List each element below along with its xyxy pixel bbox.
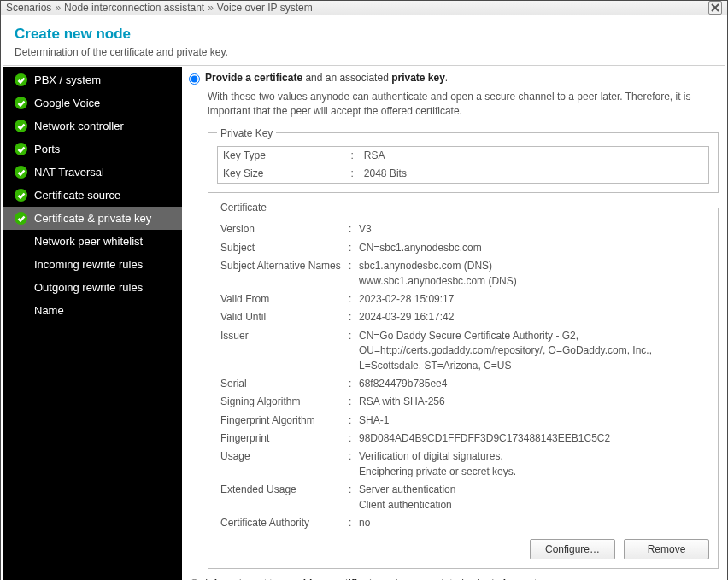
sidebar-item-label: PBX / system [34,73,101,86]
kv-value: sbc1.anynodesbc.com (DNS)www.sbc1.anynod… [355,257,709,290]
configure-button[interactable]: Configure… [530,539,615,559]
kv-key: Fingerprint Algorithm [217,412,345,430]
option-provide-desc: With these two values anynode can authen… [208,90,719,119]
step-icon [15,258,27,271]
remove-button[interactable]: Remove [624,539,709,559]
breadcrumb-1[interactable]: Scenarios [6,2,51,14]
breadcrumb-3[interactable]: Voice over IP system [217,2,313,14]
kv-value: Verification of digital signatures.Encip… [355,448,709,481]
kv-key: Signing Algorithm [217,393,345,411]
kv-key: Key Type [218,146,346,165]
certificate-box: Certificate Version:V3Subject:CN=sbc1.an… [208,202,719,569]
kv-value: 98D084AD4B9CD1FFDFF3D9C173488143EEB1C5C2 [355,430,709,448]
sidebar-item-label: Outgoing rewrite rules [34,281,143,294]
kv-key: Valid From [217,290,345,308]
titlebar: Scenarios » Node interconnection assista… [1,1,727,15]
kv-value: CN=sbc1.anynodesbc.com [355,239,709,257]
certificate-table: Version:V3Subject:CN=sbc1.anynodesbc.com… [217,220,709,532]
option-provide-radio[interactable] [189,73,200,85]
step-icon [15,235,27,248]
kv-value: CN=Go Daddy Secure Certificate Authority… [355,327,709,375]
kv-value: 2048 Bits [359,165,709,184]
option-provide-label: Provide a certificate and an associated … [205,72,448,84]
check-icon [15,97,27,109]
sidebar-item-label: Name [34,304,64,317]
sidebar-item-label: Ports [34,143,60,155]
kv-key: Valid Until [217,308,345,326]
breadcrumb-2[interactable]: Node interconnection assistant [64,2,204,14]
kv-key: Usage [217,448,345,481]
sidebar-item-0[interactable]: PBX / system [3,68,182,91]
sidebar-item-label: NAT Traversal [34,166,104,179]
sidebar-item-2[interactable]: Network controller [3,114,182,138]
sidebar: PBX / systemGoogle VoiceNetwork controll… [3,67,182,580]
kv-key: Key Size [218,165,346,184]
sidebar-item-8[interactable]: Incoming rewrite rules [3,253,182,276]
main-panel: Provide a certificate and an associated … [182,67,725,580]
kv-key: Version [217,220,345,238]
sidebar-item-9[interactable]: Outgoing rewrite rules [3,276,182,299]
kv-value: no [355,514,709,532]
sidebar-item-7[interactable]: Network peer whitelist [3,230,182,253]
kv-key: Issuer [217,327,345,375]
kv-value: V3 [355,220,709,238]
private-key-box: Private Key Key Type:RSAKey Size:2048 Bi… [208,127,719,194]
option-provide-row[interactable]: Provide a certificate and an associated … [189,72,719,85]
sidebar-item-3[interactable]: Ports [3,138,182,161]
step-icon [15,304,27,317]
kv-value: 68f824479b785ee4 [355,375,709,393]
check-icon [15,189,27,202]
sidebar-item-4[interactable]: NAT Traversal [3,161,182,184]
kv-value: Server authenticationClient authenticati… [355,481,709,514]
kv-value: RSA [359,146,709,165]
kv-value: SHA-1 [355,412,709,430]
dialog-window: Scenarios » Node interconnection assista… [0,0,728,580]
kv-value: 2023-02-28 15:09:17 [355,290,709,308]
check-icon [15,212,27,225]
check-icon [15,73,27,86]
kv-value: 2024-03-29 16:17:42 [355,308,709,326]
sidebar-item-label: Google Voice [34,97,100,109]
kv-key: Subject Alternative Names [217,257,345,290]
sidebar-item-label: Incoming rewrite rules [34,258,143,271]
kv-key: Serial [217,375,345,393]
sidebar-item-label: Certificate & private key [34,212,151,225]
kv-key: Certificate Authority [217,514,345,532]
kv-key: Extended Usage [217,481,345,514]
sidebar-item-6[interactable]: Certificate & private key [3,207,182,230]
kv-key: Subject [217,239,345,257]
sidebar-item-label: Certificate source [34,189,120,202]
header: Create new node Determination of the cer… [3,17,725,66]
sidebar-item-5[interactable]: Certificate source [3,184,182,207]
close-icon[interactable] [708,1,722,15]
kv-key: Fingerprint [217,430,345,448]
sidebar-item-label: Network peer whitelist [34,235,143,248]
sidebar-item-10[interactable]: Name [3,299,182,322]
page-subtitle: Determination of the certificate and pri… [15,46,713,58]
check-icon [15,166,27,179]
kv-value: RSA with SHA-256 [355,393,709,411]
step-icon [15,281,27,294]
sidebar-item-label: Network controller [34,120,124,132]
certificate-legend: Certificate [217,202,270,214]
check-icon [15,120,27,132]
private-key-table: Key Type:RSAKey Size:2048 Bits [217,146,709,185]
check-icon [15,143,27,155]
sidebar-item-1[interactable]: Google Voice [3,91,182,114]
page-title: Create new node [15,26,713,43]
private-key-legend: Private Key [217,127,276,139]
